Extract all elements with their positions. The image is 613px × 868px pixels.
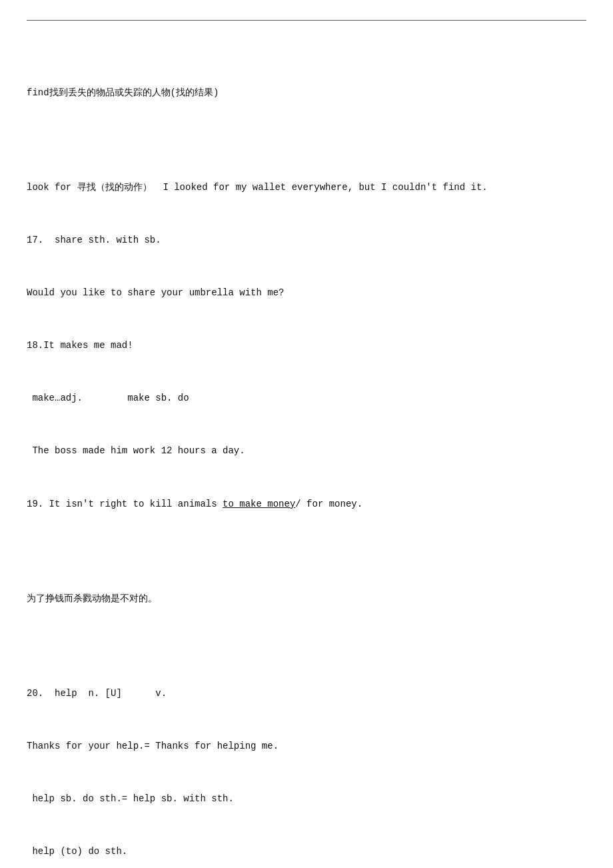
line-17: 17. share sth. with sb. bbox=[27, 232, 586, 249]
main-content: find找到丢失的物品或失踪的人物(找的结果) look for 寻找（找的动作… bbox=[27, 31, 586, 868]
line-find: find找到丢失的物品或失踪的人物(找的结果) bbox=[27, 85, 586, 102]
page-container: find找到丢失的物品或失踪的人物(找的结果) look for 寻找（找的动作… bbox=[27, 20, 586, 868]
line-17b: Would you like to share your umbrella wi… bbox=[27, 285, 586, 302]
line-20c: help sb. do sth.= help sb. with sth. bbox=[27, 791, 586, 808]
line-19: 19. It isn't right to kill animals to ma… bbox=[27, 496, 586, 513]
line-20b: Thanks for your help.= Thanks for helpin… bbox=[27, 738, 586, 755]
line-19-cn: 为了挣钱而杀戮动物是不对的。 bbox=[27, 591, 586, 608]
line-20d: help (to) do sth. bbox=[27, 843, 586, 861]
line-18: 18.It makes me mad! bbox=[27, 337, 586, 355]
line-18b: make…adj. make sb. do bbox=[27, 390, 586, 407]
line-look-for: look for 寻找（找的动作） I looked for my wallet… bbox=[27, 179, 586, 197]
line-18c: The boss made him work 12 hours a day. bbox=[27, 443, 586, 460]
top-divider bbox=[27, 20, 586, 21]
line-20: 20. help n. [U] v. bbox=[27, 685, 586, 703]
